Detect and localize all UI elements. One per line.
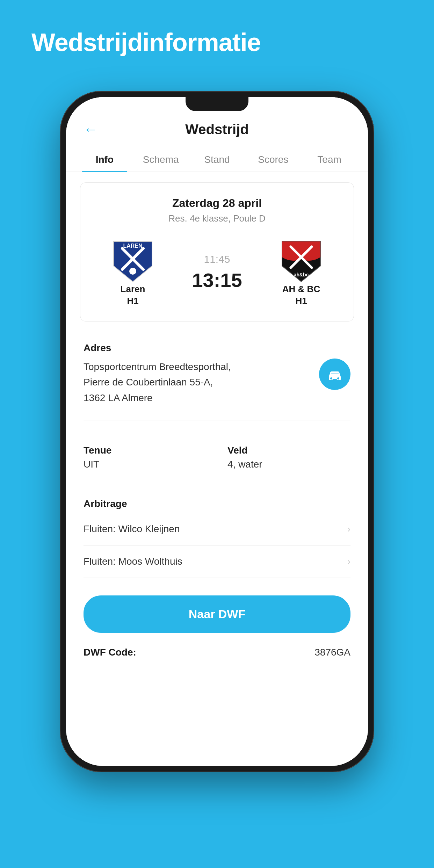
match-league: Res. 4e klasse, Poule D [91, 213, 343, 224]
address-title: Adres [84, 342, 350, 354]
phone-notch [186, 97, 248, 111]
tabs-bar: Info Schema Stand Scores Team [66, 148, 368, 172]
laren-logo: LAREN [110, 238, 155, 283]
arbitrage-item-1[interactable]: Fluiten: Wilco Kleijnen › [84, 513, 350, 545]
dwf-section: Naar DWF [66, 581, 368, 640]
dwf-code-row: DWF Code: 3876GA [66, 640, 368, 665]
info-row: Tenue UIT Veld 4, water [84, 445, 350, 470]
chevron-icon-2: › [347, 556, 350, 567]
tab-info[interactable]: Info [77, 148, 133, 172]
tenue-col: Tenue UIT [84, 445, 207, 470]
veld-label: Veld [227, 445, 350, 456]
svg-text:ah&bc: ah&bc [294, 272, 309, 277]
arbitrage-title: Arbitrage [84, 498, 350, 509]
dwf-button[interactable]: Naar DWF [84, 595, 350, 633]
match-teams-row: LAREN Laren H1 11:45 13:15 [91, 238, 343, 307]
page-title: Wedstrijd [185, 122, 249, 137]
tab-scores[interactable]: Scores [245, 148, 301, 172]
address-section: Adres Topsportcentrum Breedtesporthal,Pi… [66, 332, 368, 417]
page-background-title: Wedstrijdinformatie [0, 0, 434, 57]
veld-value: 4, water [227, 459, 350, 470]
chevron-icon-1: › [347, 523, 350, 535]
veld-col: Veld 4, water [227, 445, 350, 470]
away-team-block: ah&bc AH & BC H1 [266, 238, 336, 307]
svg-text:LAREN: LAREN [123, 243, 142, 249]
arbitrage-text-1: Fluiten: Wilco Kleijnen [84, 523, 180, 535]
away-team-name: AH & BC H1 [282, 283, 320, 307]
svg-point-2 [129, 268, 136, 275]
tab-team[interactable]: Team [301, 148, 357, 172]
svg-point-7 [330, 377, 333, 380]
tab-schema[interactable]: Schema [133, 148, 189, 172]
home-team-name: Laren H1 [121, 283, 145, 307]
svg-point-8 [337, 377, 340, 380]
tenue-value: UIT [84, 459, 207, 470]
car-icon [326, 366, 343, 383]
ahbc-logo: ah&bc [279, 238, 324, 283]
dwf-code-value: 3876GA [314, 647, 350, 658]
tenue-veld-section: Tenue UIT Veld 4, water [66, 424, 368, 480]
divider-1 [84, 420, 350, 420]
back-button[interactable]: ← [84, 122, 97, 137]
arbitrage-section: Arbitrage Fluiten: Wilco Kleijnen › Flui… [66, 488, 368, 581]
match-date: Zaterdag 28 april [91, 197, 343, 210]
address-text: Topsportcentrum Breedtesporthal,Pierre d… [84, 359, 350, 406]
arbitrage-text-2: Fluiten: Moos Wolthuis [84, 556, 182, 567]
score-block: 11:45 13:15 [168, 253, 266, 291]
arbitrage-item-2[interactable]: Fluiten: Moos Wolthuis › [84, 545, 350, 578]
scroll-content[interactable]: Zaterdag 28 april Res. 4e klasse, Poule … [66, 172, 368, 766]
navigate-button[interactable] [319, 359, 350, 390]
score-main: 13:15 [192, 269, 242, 291]
match-card: Zaterdag 28 april Res. 4e klasse, Poule … [80, 182, 354, 321]
phone-screen: ← Wedstrijd Info Schema Stand Scores Tea… [66, 97, 368, 766]
app-content: ← Wedstrijd Info Schema Stand Scores Tea… [66, 97, 368, 766]
phone-shell: ← Wedstrijd Info Schema Stand Scores Tea… [60, 91, 374, 772]
score-time: 11:45 [204, 253, 230, 265]
home-team-block: LAREN Laren H1 [98, 238, 168, 307]
tenue-label: Tenue [84, 445, 207, 456]
divider-2 [84, 484, 350, 484]
tab-stand[interactable]: Stand [189, 148, 245, 172]
dwf-code-label: DWF Code: [84, 647, 136, 658]
